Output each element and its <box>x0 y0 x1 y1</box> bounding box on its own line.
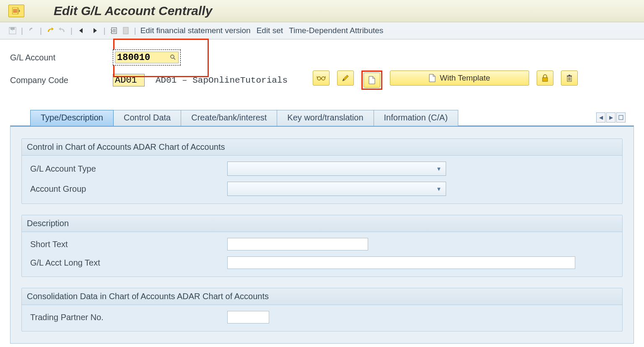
tabstrip: Type/Description Control Data Create/ban… <box>10 110 634 344</box>
svg-rect-18 <box>567 76 572 76</box>
new-document-icon <box>369 76 375 84</box>
svg-rect-13 <box>543 78 548 81</box>
svg-point-12 <box>322 77 325 80</box>
command-icon <box>12 8 21 14</box>
command-field-button[interactable] <box>8 5 24 17</box>
document-icon[interactable] <box>122 26 130 35</box>
save-icon[interactable] <box>8 26 17 35</box>
tab-control-data[interactable]: Control Data <box>113 110 181 126</box>
trading-partner-label: Trading Partner No. <box>30 313 227 322</box>
action-buttons: With Template <box>313 70 578 90</box>
dropdown-arrow-icon: ▼ <box>436 166 441 172</box>
highlight-box-create <box>361 70 382 90</box>
back-arrow-icon[interactable] <box>27 26 36 35</box>
separator: | <box>70 26 73 35</box>
edit-set-link[interactable]: Edit set <box>257 26 283 35</box>
group-description: Description Short Text G/L Acct Long Tex… <box>21 215 623 277</box>
create-button[interactable] <box>364 73 380 88</box>
glasses-icon <box>317 75 326 81</box>
svg-rect-8 <box>123 27 128 34</box>
tab-scroll-controls: ◀ ▶ <box>596 112 626 123</box>
with-template-label: With Template <box>440 73 490 83</box>
separator: | <box>39 26 43 35</box>
company-code-input[interactable] <box>113 74 145 86</box>
application-toolbar: | | | | | Edit financial statement versi… <box>0 22 644 39</box>
dropdown-arrow-icon: ▼ <box>436 186 441 192</box>
document-icon <box>429 74 436 82</box>
next-icon[interactable] <box>91 26 99 35</box>
undo-icon[interactable] <box>46 26 55 35</box>
company-code-row: Company Code AD01 – SapOnlineTutorials W… <box>10 70 634 90</box>
with-template-button[interactable]: With Template <box>390 70 529 86</box>
time-dependent-link[interactable]: Time-Dependent Attributes <box>289 26 383 35</box>
account-group-select[interactable]: ▼ <box>227 182 446 196</box>
short-text-label: Short Text <box>30 240 227 249</box>
lock-button[interactable] <box>537 70 553 86</box>
lock-icon <box>542 74 548 82</box>
separator: | <box>20 26 24 35</box>
title-bar: Edit G/L Account Centrally <box>0 0 644 22</box>
selection-area: G/L Account Company Code AD01 – SapOnlin… <box>0 39 644 344</box>
tab-type-description[interactable]: Type/Description <box>30 110 114 126</box>
group-control-coa: Control in Chart of Accounts ADAR Chart … <box>21 138 623 204</box>
svg-rect-19 <box>569 75 570 76</box>
tab-row: Type/Description Control Data Create/ban… <box>10 110 634 126</box>
group-consolidation-title: Consolidation Data in Chart of Accounts … <box>22 288 622 305</box>
tab-panel: Control in Chart of Accounts ADAR Chart … <box>10 125 634 344</box>
svg-line-10 <box>174 58 175 60</box>
redo-icon[interactable] <box>58 26 66 35</box>
separator: | <box>103 26 106 35</box>
gl-account-input[interactable] <box>115 52 179 63</box>
separator: | <box>133 26 137 35</box>
trash-icon <box>566 74 573 82</box>
gl-account-label: G/L Account <box>10 53 113 63</box>
edit-fsv-link[interactable]: Edit financial statement version <box>140 26 251 35</box>
svg-rect-20 <box>619 115 623 120</box>
page-title: Edit G/L Account Centrally <box>54 4 212 18</box>
tab-information-ca[interactable]: Information (C/A) <box>374 110 458 126</box>
account-group-label: Account Group <box>30 184 227 194</box>
display-button[interactable] <box>313 70 330 86</box>
tab-scroll-right[interactable]: ▶ <box>606 112 615 123</box>
tab-scroll-left[interactable]: ◀ <box>596 112 605 123</box>
search-help-icon[interactable] <box>170 54 177 61</box>
worklist-icon[interactable] <box>110 26 118 35</box>
trading-partner-input[interactable] <box>227 311 269 324</box>
svg-point-9 <box>171 55 174 58</box>
tab-keyword-translation[interactable]: Key word/translation <box>277 110 374 126</box>
company-code-description: AD01 – SapOnlineTutorials <box>156 76 288 85</box>
gl-account-row: G/L Account <box>10 50 634 65</box>
long-text-label: G/L Acct Long Text <box>30 258 227 268</box>
svg-point-11 <box>317 77 321 80</box>
tab-create-bank-interest[interactable]: Create/bank/interest <box>181 110 277 126</box>
pencil-icon <box>342 74 349 82</box>
account-type-label: G/L Account Type <box>30 164 227 174</box>
short-text-input[interactable] <box>227 238 368 250</box>
tab-list-button[interactable] <box>616 112 626 123</box>
change-button[interactable] <box>337 70 354 86</box>
account-type-select[interactable]: ▼ <box>227 162 446 176</box>
prev-icon[interactable] <box>77 26 85 35</box>
long-text-input[interactable] <box>227 256 575 269</box>
delete-button[interactable] <box>561 70 578 86</box>
group-consolidation: Consolidation Data in Chart of Accounts … <box>21 288 623 331</box>
company-code-label: Company Code <box>10 76 113 85</box>
group-control-coa-title: Control in Chart of Accounts ADAR Chart … <box>22 139 622 156</box>
group-description-title: Description <box>22 215 622 232</box>
